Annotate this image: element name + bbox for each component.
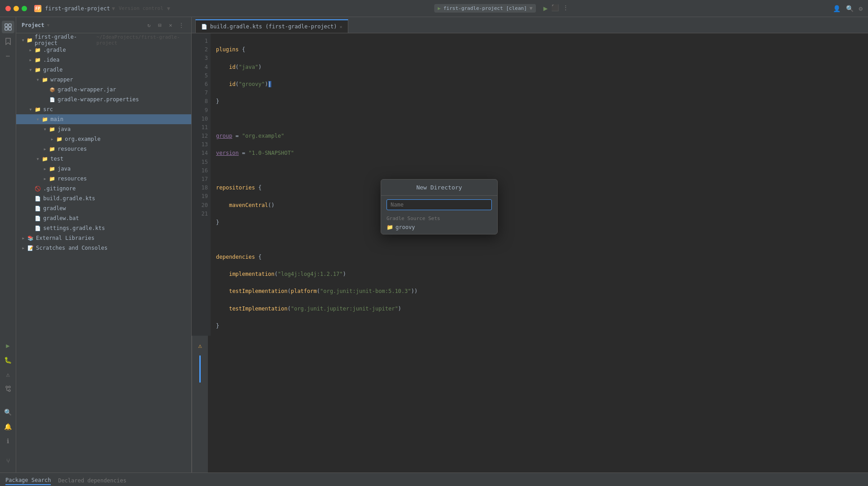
close-button[interactable] (5, 6, 11, 11)
directory-name-input[interactable] (387, 199, 492, 210)
scrollbar-thumb[interactable] (199, 356, 201, 382)
bat-label: gradlew.bat (43, 215, 79, 221)
run-sidebar-icon[interactable]: ▶ (2, 339, 14, 352)
ext-libs-icon: 📚 (27, 234, 34, 242)
left-sidebar: ⋯ ▶ 🐛 ⚠ 🔍 🔔 ℹ ⑂ (0, 17, 16, 472)
tree-item-test-java[interactable]: 📁 java (16, 164, 191, 174)
tree-item-resources[interactable]: 📁 resources (16, 144, 191, 154)
tab-bar: 📄 build.gradle.kts (first-gradle-project… (192, 17, 868, 33)
ext-libs-label: External Libraries (36, 235, 94, 241)
main-label: main (50, 116, 63, 122)
idea-arrow (27, 56, 34, 63)
build-gradle-label: build.gradle.kts (43, 195, 95, 202)
stop-button[interactable]: ⬛ (551, 4, 559, 13)
editor-area: 📄 build.gradle.kts (first-gradle-project… (192, 17, 868, 472)
tree-item-main[interactable]: 📁 main (16, 114, 191, 124)
gear-panel-icon[interactable]: ⋮ (177, 21, 186, 30)
info-icon[interactable]: ℹ (2, 435, 14, 447)
bookmarks-icon[interactable] (2, 35, 14, 48)
tree-item-gradlew-bat[interactable]: 📄 gradlew.bat (16, 213, 191, 223)
org-arrow (49, 135, 56, 143)
svg-point-4 (6, 386, 8, 388)
run-config[interactable]: ▶ first-gradle-project [clean] ▼ (434, 4, 536, 13)
settings-gradle-icon: 📄 (34, 225, 41, 232)
tree-item-org-example[interactable]: 📁 org.example (16, 134, 191, 144)
notifications-icon[interactable]: 🔔 (2, 420, 14, 433)
svg-rect-0 (5, 24, 8, 27)
gradlew-label: gradlew (43, 205, 66, 212)
test-java-arrow (41, 165, 49, 172)
minimize-button[interactable] (13, 6, 19, 11)
tree-item-gradlew[interactable]: 📄 gradlew (16, 203, 191, 213)
tab-build-gradle[interactable]: 📄 build.gradle.kts (first-gradle-project… (195, 19, 348, 33)
code-content[interactable]: plugins { id("java") id("groovy")| } gro… (211, 33, 868, 336)
wrapper-icon: 📁 (41, 76, 49, 83)
close-panel-icon[interactable]: ✕ (166, 21, 175, 30)
test-icon: 📁 (41, 155, 49, 162)
gradle-dir-icon: 📁 (34, 46, 41, 54)
props-icon: 📄 (49, 96, 56, 103)
notifications-right-icon[interactable]: ⚠ (194, 339, 207, 352)
collapse-all-icon[interactable]: ⊟ (155, 21, 164, 30)
version-control-label[interactable]: Version control (119, 5, 163, 11)
tree-item-java[interactable]: 📁 java (16, 124, 191, 134)
debug-icon[interactable]: 🐛 (2, 354, 14, 366)
search-sidebar-icon[interactable]: 🔍 (2, 406, 14, 418)
idea-label: .idea (43, 57, 59, 63)
gitignore-label: .gitignore (43, 185, 76, 192)
panel-title: Project ▼ (22, 22, 49, 28)
user-icon[interactable]: 👤 (833, 5, 841, 12)
editor-right-sidebar: ⚠ (192, 336, 208, 472)
title-bar: FP first-gradle-project ▼ Version contro… (0, 0, 868, 17)
tree-item-external-libs[interactable]: 📚 External Libraries (16, 233, 191, 243)
gradlew-icon: 📄 (34, 205, 41, 212)
problems-icon[interactable]: ⚠ (2, 368, 14, 381)
tree-item-gitignore[interactable]: 🚫 .gitignore (16, 184, 191, 194)
scratches-label: Scratches and Consoles (36, 245, 108, 251)
root-folder-icon: 📁 (27, 36, 33, 44)
git-icon[interactable] (2, 382, 14, 395)
tree-item-scratches[interactable]: 📝 Scratches and Consoles (16, 243, 191, 253)
tree-item-src[interactable]: 📁 src (16, 104, 191, 114)
tab-package-search[interactable]: Package Search (5, 477, 51, 485)
src-arrow (27, 106, 34, 113)
bat-icon: 📄 (34, 215, 41, 222)
tree-item-gradle-wrapper-props[interactable]: 📄 gradle-wrapper.properties (16, 94, 191, 104)
java-arrow (41, 126, 49, 133)
jar-icon: 📦 (49, 86, 56, 93)
tree-item-wrapper[interactable]: 📁 wrapper (16, 75, 191, 85)
tree-item-gradle[interactable]: 📁 gradle (16, 65, 191, 75)
jar-label: gradle-wrapper.jar (58, 86, 116, 93)
project-icon[interactable] (2, 21, 14, 33)
svg-rect-3 (9, 27, 11, 30)
groovy-label: groovy (396, 224, 415, 230)
tree-item-test[interactable]: 📁 test (16, 154, 191, 164)
org-label: org.example (65, 136, 100, 142)
tree-item-build-gradle[interactable]: 📄 build.gradle.kts (16, 194, 191, 203)
tab-close-icon[interactable]: ✕ (340, 24, 342, 29)
settings-icon[interactable]: ⚙ (859, 5, 863, 12)
search-icon[interactable]: 🔍 (846, 5, 854, 12)
more-run-button[interactable]: ⋮ (562, 4, 569, 13)
org-icon: 📁 (56, 135, 63, 143)
tree-item-gradle-wrapper-jar[interactable]: 📦 gradle-wrapper.jar (16, 85, 191, 94)
dialog-groovy-option[interactable]: 📁 groovy (381, 222, 497, 234)
tree-item-gradle-dir[interactable]: 📁 .gradle (16, 45, 191, 55)
more-icon[interactable]: ⋯ (2, 50, 14, 62)
maximize-button[interactable] (22, 6, 27, 11)
sync-icon[interactable]: ↻ (144, 21, 153, 30)
svg-rect-1 (9, 24, 11, 27)
title-bar-right: 👤 🔍 ⚙ (833, 5, 863, 12)
src-label: src (43, 106, 53, 112)
run-button[interactable]: ▶ (543, 4, 548, 13)
root-path: ~/IdeaProjects/first-gradle-project (96, 34, 191, 46)
tree-root[interactable]: 📁 first-gradle-project ~/IdeaProjects/fi… (16, 35, 191, 45)
tree-item-settings-gradle[interactable]: 📄 settings.gradle.kts (16, 223, 191, 233)
test-arrow (34, 155, 41, 162)
tree-item-idea[interactable]: 📁 .idea (16, 55, 191, 65)
branches-icon[interactable]: ⑂ (2, 454, 14, 467)
tab-declared-deps[interactable]: Declared dependencies (58, 477, 126, 485)
tree-item-test-resources[interactable]: 📁 resources (16, 174, 191, 184)
new-directory-dialog: New Directory Gradle Source Sets 📁 groov… (381, 179, 498, 234)
resources-arrow (41, 145, 49, 153)
